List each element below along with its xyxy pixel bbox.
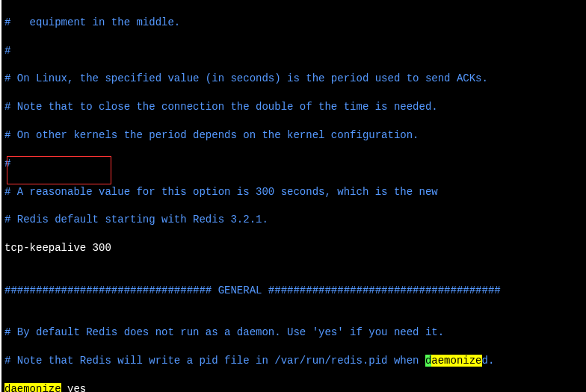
- comment-text: # Note that Redis will write a pid file …: [4, 355, 425, 367]
- search-match-highlight: aemonize: [431, 355, 481, 367]
- config-comment-line: # Redis default starting with Redis 3.2.…: [4, 213, 583, 227]
- config-comment-line: # On Linux, the specified value (in seco…: [4, 72, 583, 86]
- config-directive-daemonize: daemonize yes: [4, 382, 583, 392]
- config-comment-line: # By default Redis does not run as a dae…: [4, 326, 583, 340]
- config-comment-line: # equipment in the middle.: [4, 16, 583, 30]
- config-directive-tcp-keepalive: tcp-keepalive 300: [4, 241, 583, 255]
- config-comment-line: #: [4, 44, 583, 58]
- config-comment-line: #: [4, 157, 583, 171]
- section-header-general: ################################# GENERA…: [4, 284, 583, 298]
- config-comment-line: # Note that to close the connection the …: [4, 100, 583, 114]
- search-match-highlight: daemonize: [4, 383, 61, 392]
- config-comment-line: # Note that Redis will write a pid file …: [4, 354, 583, 368]
- config-comment-line: # A reasonable value for this option is …: [4, 185, 583, 199]
- comment-text: d.: [482, 355, 495, 367]
- terminal-content: # equipment in the middle. # # On Linux,…: [1, 0, 586, 392]
- config-value: yes: [61, 383, 87, 392]
- config-comment-line: # On other kernels the period depends on…: [4, 128, 583, 143]
